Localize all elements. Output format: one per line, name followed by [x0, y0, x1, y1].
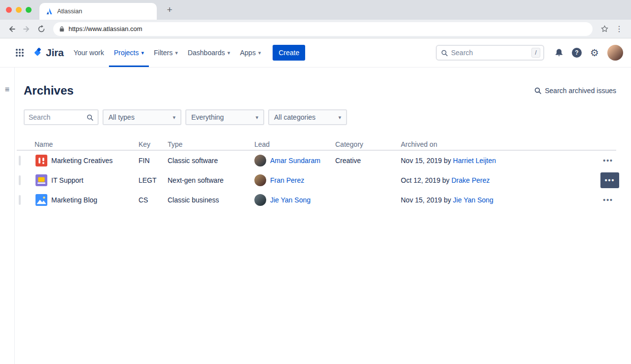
nav-your-work[interactable]: Your work [69, 38, 109, 67]
col-category: Category [335, 140, 401, 148]
filter-search[interactable] [24, 109, 99, 125]
main-nav: Your work Projects ▾ Filters ▾ Dashboard… [69, 38, 266, 67]
nav-projects[interactable]: Projects ▾ [109, 38, 149, 67]
nav-apps[interactable]: Apps ▾ [235, 38, 266, 67]
col-name: Name [35, 140, 139, 148]
project-name[interactable]: Marketing Creatives [51, 157, 113, 165]
page-head: Archives Search archived issues [24, 84, 616, 98]
back-button[interactable] [5, 22, 19, 36]
browser-menu-button[interactable]: ⋮ [612, 22, 626, 36]
table-row: Marketing Creatives FIN Classic software… [17, 151, 616, 170]
archived-on-cell: Nov 15, 2019 by Jie Yan Song [401, 196, 589, 204]
table-row: IT Support LEGT Next-gen software Fran P… [17, 170, 616, 190]
url-text: https://www.atlassian.com [69, 25, 142, 33]
bell-icon [554, 48, 564, 58]
sidebar-rail: ≡ [0, 67, 15, 364]
jira-logo[interactable]: Jira [32, 47, 64, 59]
more-icon: ••• [605, 177, 615, 184]
more-icon: ••• [603, 196, 613, 204]
expand-sidebar-icon[interactable]: ≡ [5, 86, 9, 94]
archived-by-link[interactable]: Harriet Leijten [453, 157, 496, 165]
browser-tab[interactable]: Atlassian [39, 3, 157, 20]
col-archived-on: Archived on [401, 140, 589, 148]
row-actions-button[interactable]: ••• [600, 155, 616, 166]
reload-button[interactable] [35, 22, 48, 36]
new-tab-button[interactable]: + [163, 3, 176, 17]
project-name[interactable]: Marketing Blog [51, 196, 97, 204]
global-search-input[interactable] [451, 49, 528, 57]
bookmark-button[interactable] [597, 22, 611, 36]
chevron-down-icon: ▾ [173, 114, 175, 121]
row-checkbox[interactable] [19, 156, 21, 165]
settings-button[interactable]: ⚙ [587, 45, 602, 61]
zoom-window-button[interactable] [26, 7, 32, 13]
archives-table: Name Key Type Lead Category Archived on [17, 140, 616, 210]
lead-link[interactable]: Fran Perez [270, 176, 304, 184]
archived-by-link[interactable]: Drake Perez [452, 176, 490, 184]
forward-icon [22, 25, 31, 33]
jira-wordmark: Jira [46, 47, 64, 59]
app-bar-right: / ? ⚙ [436, 45, 623, 61]
close-window-button[interactable] [6, 7, 12, 13]
row-checkbox[interactable] [19, 175, 21, 185]
chevron-down-icon: ▾ [255, 114, 258, 121]
row-actions-button[interactable]: ••• [600, 195, 616, 205]
nav-dashboards[interactable]: Dashboards ▾ [183, 38, 235, 67]
archived-on-cell: Nov 15, 2019 by Harriet Leijten [401, 157, 589, 165]
lead-link[interactable]: Jie Yan Song [270, 196, 311, 204]
global-search[interactable]: / [436, 45, 544, 61]
categories-filter-select[interactable]: All categories ▾ [268, 109, 347, 125]
project-type: Classic business [168, 196, 254, 204]
browser-tabstrip: Atlassian + [0, 0, 631, 20]
lead-avatar [254, 155, 266, 166]
row-actions-button[interactable]: ••• [600, 172, 619, 188]
address-bar[interactable]: https://www.atlassian.com [53, 22, 593, 36]
minimize-window-button[interactable] [16, 7, 22, 13]
col-lead: Lead [254, 140, 335, 148]
chevron-down-icon: ▾ [175, 50, 178, 56]
col-type: Type [168, 140, 254, 148]
notifications-button[interactable] [551, 45, 567, 61]
filter-search-input[interactable] [29, 113, 86, 121]
archived-on-cell: Oct 12, 2019 by Drake Perez [401, 176, 589, 184]
help-icon: ? [572, 48, 582, 58]
search-shortcut-key: / [531, 48, 540, 58]
project-type: Classic software [168, 157, 254, 165]
browser-toolbar: https://www.atlassian.com ⋮ [0, 20, 631, 38]
help-button[interactable]: ? [569, 45, 585, 61]
archived-date: Nov 15, 2019 by [401, 157, 451, 165]
reload-icon [37, 25, 46, 33]
page-content: ≡ Archives Search archived issues All [0, 67, 631, 364]
chevron-down-icon: ▾ [258, 50, 261, 56]
jira-app-bar: Jira Your work Projects ▾ Filters ▾ Dash… [0, 38, 631, 67]
forward-button[interactable] [20, 22, 34, 36]
tab-title: Atlassian [57, 8, 82, 15]
project-avatar [35, 194, 47, 206]
lock-icon [59, 26, 65, 32]
page-title: Archives [24, 84, 73, 98]
col-key: Key [139, 140, 168, 148]
lead-avatar [254, 194, 266, 206]
atlassian-favicon-icon [45, 7, 53, 15]
project-avatar [35, 174, 47, 186]
project-name[interactable]: IT Support [51, 176, 83, 184]
project-key: FIN [139, 157, 168, 165]
lead-link[interactable]: Amar Sundaram [270, 157, 320, 165]
table-header: Name Key Type Lead Category Archived on [17, 140, 616, 151]
everything-filter-select[interactable]: Everything ▾ [185, 109, 264, 125]
create-button[interactable]: Create [273, 45, 305, 61]
project-category: Creative [335, 157, 401, 165]
lead-avatar [254, 174, 266, 186]
app-switcher-button[interactable] [12, 45, 28, 61]
archived-by-link[interactable]: Jie Yan Song [453, 196, 493, 204]
user-avatar[interactable] [607, 45, 623, 61]
search-archived-issues-link[interactable]: Search archived issues [534, 87, 616, 95]
gear-icon: ⚙ [590, 48, 599, 58]
nav-filters[interactable]: Filters ▾ [149, 38, 183, 67]
types-filter-select[interactable]: All types ▾ [103, 109, 181, 125]
chevron-down-icon: ▾ [141, 50, 144, 56]
star-icon [600, 25, 609, 33]
search-icon [534, 87, 542, 95]
table-row: Marketing Blog CS Classic business Jie Y… [17, 190, 616, 210]
row-checkbox[interactable] [19, 195, 21, 205]
